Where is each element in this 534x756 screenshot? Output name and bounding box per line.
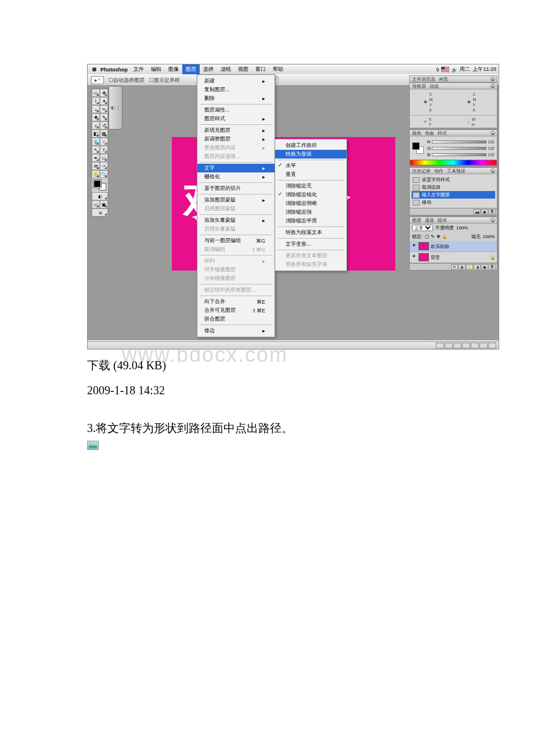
mask-icon[interactable]: ◐ [459, 264, 466, 269]
tab-swatches[interactable]: 色板 [425, 130, 434, 136]
adjust-icon[interactable]: ◑ [474, 264, 481, 269]
history-row[interactable]: 设置字符样式 [412, 176, 495, 183]
tab-styles[interactable]: 样式 [438, 130, 447, 136]
submenu-item[interactable]: 消除锯齿明晰 [275, 199, 347, 208]
menu-file[interactable]: 文件 [130, 64, 147, 74]
new-layer-icon[interactable]: ▣ [481, 264, 488, 269]
fill-value[interactable]: 100% [483, 234, 495, 239]
tab-history[interactable]: 历史记录 [412, 168, 431, 174]
menu-filter[interactable]: 滤镜 [217, 64, 234, 74]
status-icon[interactable] [453, 343, 461, 348]
menu-window[interactable]: 窗口 [252, 64, 269, 74]
fx-icon[interactable]: fx [451, 264, 458, 269]
jump-to-icon[interactable]: ⇲ [92, 208, 108, 217]
trash-icon[interactable]: 🗑 [489, 264, 496, 269]
status-icon[interactable] [488, 343, 496, 348]
shape-tool-icon[interactable]: ▭ [100, 154, 108, 162]
history-row[interactable]: 输入文字图层 [412, 191, 495, 199]
panel-menu-icon[interactable]: ▸ [490, 84, 495, 88]
submenu-item[interactable]: 消除锯齿锐化 [275, 190, 347, 199]
layer-row[interactable]: 👁T欢乐缤纷 [410, 241, 497, 252]
notes-tool-icon[interactable]: ✉ [92, 162, 100, 170]
g-slider[interactable] [432, 147, 486, 150]
eyedropper-tool-icon[interactable]: ✑ [100, 162, 108, 170]
status-icon[interactable] [471, 343, 479, 348]
screenmode-icon[interactable]: ▣ [100, 200, 108, 208]
show-bounds-checkbox[interactable]: 显示定界框 [149, 77, 180, 84]
menu-item[interactable]: 修边 [197, 326, 275, 335]
menu-item[interactable]: 合并可见图层⇧⌘E [197, 306, 275, 315]
healing-tool-icon[interactable]: ✚ [92, 113, 100, 121]
panel-menu-icon[interactable]: ▸ [490, 168, 495, 173]
new-snapshot-icon[interactable]: 📷 [474, 209, 481, 214]
flag-icon[interactable] [441, 67, 449, 72]
quickmask-icon[interactable]: ◐ [92, 192, 108, 200]
submenu-item[interactable]: 消除锯齿无 [275, 182, 347, 190]
panel-menu-icon[interactable]: ▸ [490, 218, 495, 222]
path-tool-icon[interactable]: ↖ [92, 146, 100, 154]
b-slider[interactable] [432, 153, 486, 156]
folder-icon[interactable]: 📁 [466, 264, 473, 269]
blend-mode-select[interactable]: 正常 [412, 225, 433, 231]
tab-toolpresets[interactable]: 工具预设 [447, 168, 466, 174]
screenmode-icon[interactable]: ▭ [92, 200, 100, 208]
submenu-item[interactable]: 垂直 [275, 170, 347, 179]
tab-navigator[interactable]: 导航器 [412, 83, 426, 89]
panel-menu-icon[interactable]: ▸ [490, 131, 495, 135]
menu-item[interactable]: 新调整图层 [197, 135, 275, 143]
menu-item[interactable]: 与前一图层编组⌘G [197, 236, 275, 245]
move-tool-icon[interactable]: ▸⁺ [91, 76, 104, 84]
submenu-item[interactable]: 转换为段落文本 [275, 228, 347, 237]
menu-item[interactable]: 新建 [197, 77, 275, 85]
history-row[interactable]: 移动 [412, 199, 495, 206]
tab-channels[interactable]: 通道 [425, 217, 434, 224]
auto-select-checkbox[interactable]: 自动选择图层 [109, 77, 145, 84]
blur-tool-icon[interactable]: 💧 [92, 138, 100, 146]
status-icon[interactable] [462, 343, 470, 348]
type-tool-icon[interactable]: T [100, 146, 108, 154]
app-name[interactable]: Photoshop [100, 67, 128, 73]
menu-item[interactable]: 添加矢量蒙版 [197, 216, 275, 225]
new-doc-icon[interactable]: ▣ [481, 209, 488, 214]
menu-item[interactable]: 栅格化 [197, 172, 275, 181]
apple-icon[interactable] [90, 66, 98, 73]
menu-edit[interactable]: 编辑 [147, 64, 165, 74]
tab-color[interactable]: 颜色 [412, 130, 421, 136]
menu-view[interactable]: 视图 [234, 64, 252, 74]
lasso-tool-icon[interactable]: ⌇ [92, 97, 100, 105]
menu-item[interactable]: 基于图层的切片 [197, 184, 275, 193]
sidebar-tabs[interactable]: —◐ [109, 86, 122, 129]
menu-item[interactable]: 复制图层... [197, 85, 275, 94]
submenu-item[interactable]: 转换为形状 [275, 150, 347, 159]
menu-item[interactable]: 新填充图层 [197, 126, 275, 135]
slice-tool-icon[interactable]: ✂ [100, 105, 108, 113]
tab-paths[interactable]: 路径 [438, 217, 447, 224]
speaker-icon[interactable] [452, 67, 457, 73]
marquee-tool-icon[interactable]: ▭ [92, 89, 100, 97]
menu-layer[interactable]: 图层 [182, 64, 200, 74]
stamp-tool-icon[interactable]: ⎌ [92, 121, 100, 129]
menu-item[interactable]: 文字 [197, 164, 275, 172]
submenu-item[interactable]: 文字变形... [275, 240, 347, 249]
color-ramp[interactable] [410, 160, 497, 165]
submenu-item[interactable]: 消除锯齿平滑 [275, 217, 347, 225]
submenu-item[interactable]: 创建工作路径 [275, 141, 347, 150]
menu-item[interactable]: 删除 [197, 94, 275, 103]
menu-select[interactable]: 选择 [200, 64, 217, 74]
menu-help[interactable]: 帮助 [269, 64, 287, 74]
dodge-tool-icon[interactable]: ○ [100, 138, 108, 146]
submenu-item[interactable]: 水平 [275, 161, 347, 170]
download-link[interactable]: 下载 [87, 359, 110, 372]
submenu-item[interactable]: 消除锯齿强 [275, 208, 347, 217]
menu-item[interactable]: 向下合并⌘E [197, 297, 275, 306]
tab-actions[interactable]: 动作 [434, 168, 443, 174]
lock-icons[interactable]: ▢ ✎ ✥ 🔒 [425, 234, 448, 239]
color-swatches[interactable] [92, 178, 108, 192]
r-slider[interactable] [432, 141, 486, 143]
history-brush-icon[interactable]: ↺ [100, 121, 108, 129]
move-tool-icon[interactable]: ✥ [100, 89, 108, 97]
menu-item[interactable]: 图层样式 [197, 114, 275, 123]
brush-tool-icon[interactable]: ✎ [100, 113, 108, 121]
zoom-tool-icon[interactable]: 🔍 [100, 170, 108, 178]
eraser-tool-icon[interactable]: ◧ [92, 129, 100, 138]
